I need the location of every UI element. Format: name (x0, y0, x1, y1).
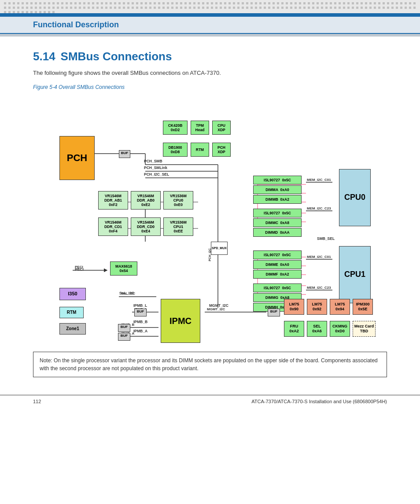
vr1546-cd0-box: VR1546MDDR_CD00xE4 (131, 217, 161, 236)
page-number: 112 (33, 399, 41, 404)
note-text: Note: On the single processor variant th… (40, 357, 378, 372)
dimme-box: DIMME 0xA0 (253, 260, 302, 269)
zone1-box: Zone1 (59, 323, 86, 335)
isl1-box: ISL90727 0x5C (253, 176, 302, 184)
smbus-diagram: MEM_I2C_C01 MEM_I2C_C23 SMB_SEL MEM_I2C_… (33, 96, 376, 343)
fru-box: FRU0xA2 (284, 321, 304, 337)
pch-smlink-label: PCH_SMLink (144, 166, 167, 170)
header-background: for(let i=0;i<200;i++) document.write('<… (0, 0, 420, 13)
isl2-box: ISL90727 0x5C (253, 209, 302, 217)
peci-label: PECI (75, 267, 84, 272)
main-content: 5.14SMBus Connections The following figu… (0, 37, 420, 395)
ck420b-box: CK420B0xD2 (163, 121, 188, 135)
svg-text:MEM_I2C_C23: MEM_I2C_C23 (307, 286, 331, 290)
vr1536-cpu1-box: VR1536MCPU10xEE (163, 217, 193, 236)
buf-top: BUF (119, 150, 130, 158)
tpm-box: TPMHead (191, 121, 209, 135)
svg-text:MEM_I2C_C01: MEM_I2C_C01 (307, 178, 331, 182)
dimma-box: DIMMA 0xA0 (253, 185, 302, 194)
ipmc-box: IPMC (161, 299, 200, 343)
ipmb-b-label: IPMB_B (133, 320, 147, 324)
ipm300-box: IPM3000x5E (353, 299, 373, 315)
header-blue-bar (0, 13, 420, 17)
dimmc-box: DIMMC 0xA8 (253, 218, 302, 227)
ipmb-l-label: IPMB_L (133, 303, 147, 308)
vr1546-ab0-box: VR1546MDDR_AB00xE2 (131, 191, 161, 210)
pch-xdp-box: PCHXDP (212, 143, 231, 157)
cpu1-box: CPU1 (339, 246, 371, 303)
pch-box: PCH (59, 136, 95, 180)
lm75-94-box: LM750x94 (330, 299, 350, 315)
mezz-card-box: Mezz CardTBD (353, 321, 376, 337)
figure-caption: Figure 5-4 Overall SMBus Connections (33, 84, 387, 90)
lm75-92-box: LM750x92 (307, 299, 327, 315)
buf-ipmb-b: BUF (118, 324, 130, 332)
svg-text:MEM_I2C_C01: MEM_I2C_C01 (307, 255, 331, 259)
cpu-xdp-box: CPUXDP (212, 121, 231, 135)
svg-text:MEM_I2C_C23: MEM_I2C_C23 (307, 206, 331, 210)
pch-i2c-vertical: PCH_I2C (208, 248, 211, 261)
db1900-box: DB19000xD8 (163, 143, 188, 157)
buf-mgmt: BUF (268, 309, 280, 316)
note-box: Note: On the single processor variant th… (33, 352, 387, 377)
svg-text:MGMT_I2C: MGMT_I2C (207, 307, 225, 311)
doc-reference: ATCA-7370/ATCA-7370-S Installation and U… (251, 399, 387, 404)
smb-sel-label: SMB_SEL (317, 236, 335, 241)
sol-i2c-label: SoL_I2C (119, 291, 134, 295)
vr1536-cpu0-box: VR1536MCPU00xE0 (163, 191, 193, 210)
section-heading: 5.14SMBus Connections (33, 50, 387, 63)
spd-mux-box: SPD_MUX (211, 242, 228, 255)
pch-i2c-sel-label: PCH_I2C_SEL (144, 172, 169, 177)
dimmb-box: DIMMB 0xA2 (253, 195, 302, 204)
rtm-bot-box: RTM (59, 307, 84, 318)
mgmt-i2c-label: MGMT_I2C (209, 303, 228, 308)
dimmf-box: DIMMF 0xA2 (253, 270, 302, 279)
vr1546-cd1-box: VR1546MDDR_CD10xF4 (98, 217, 128, 236)
lm75-90-box: LM750x90 (284, 299, 304, 315)
ckmng-box: CKMNG0xD0 (330, 321, 350, 337)
i350-box: I350 (59, 288, 86, 300)
page-section-title: Functional Description (33, 20, 119, 29)
ipmb-a-label: IPMB_A (133, 329, 147, 333)
intro-text: The following figure shows the overall S… (33, 70, 387, 76)
vr1546-ab1-box: VR1546MDDR_AB10xF2 (98, 191, 128, 210)
buf-ipmb-l: BUF (134, 309, 147, 316)
footer: 112 ATCA-7370/ATCA-7370-S Installation a… (0, 395, 420, 408)
isl3-box: ISL90727 0x5C (253, 250, 302, 259)
rtm-top-box: RTM (191, 143, 209, 157)
header-title-row: Functional Description (0, 17, 420, 34)
dimmd-box: DIMMD 0xAA (253, 228, 302, 237)
isl4-box: ISL90727 0x5C (253, 283, 302, 292)
max6618-box: MAX66180x54 (110, 261, 137, 276)
buf-ipmb-a: BUF (118, 333, 130, 341)
cpu0-box: CPU0 (339, 169, 371, 226)
pch-smb-label: PCH_SMB (144, 159, 162, 163)
sel-box: SEL0xA6 (307, 321, 327, 337)
